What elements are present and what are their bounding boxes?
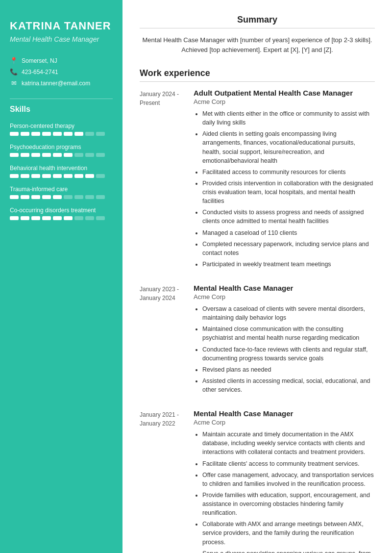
skill-item: Person-centered therapy <box>10 123 113 136</box>
skill-segment <box>96 132 105 136</box>
work-experience-title: Work experience <box>140 68 375 82</box>
work-bullet: Aided clients in setting goals encompass… <box>202 129 375 165</box>
skill-segment <box>21 132 29 136</box>
work-bullet: Provided crisis intervention in collabor… <box>202 179 375 205</box>
skill-segment <box>31 216 40 220</box>
email-icon: ✉ <box>10 79 18 87</box>
work-date: January 2024 -Present <box>140 89 194 271</box>
skill-segment <box>10 153 19 157</box>
skill-segment <box>85 195 94 199</box>
skill-segment <box>64 153 73 157</box>
skill-segment <box>64 174 73 178</box>
work-entry: January 2021 -January 2022Mental Health … <box>140 409 375 553</box>
contact-phone: 📞 423-654-2741 <box>10 68 113 75</box>
skill-bar <box>10 195 113 199</box>
work-bullet: Serve a diverse population spanning vari… <box>202 549 375 553</box>
phone-text: 423-654-2741 <box>22 69 58 75</box>
skill-segment <box>74 132 83 136</box>
skill-segment <box>74 174 83 178</box>
location-text: Somerset, NJ <box>22 57 57 64</box>
skill-bar <box>10 153 113 157</box>
work-details: Mental Health Case ManagerAcme CorpOvers… <box>194 284 375 397</box>
work-bullet: Met with clients either in the office or… <box>202 109 375 127</box>
skill-segment <box>53 153 62 157</box>
work-job-title: Mental Health Case Manager <box>194 284 375 292</box>
work-experience-section: Work experience January 2024 -PresentAdu… <box>140 68 375 553</box>
skill-segment <box>10 132 19 136</box>
skills-list: Person-centered therapyPsychoeducation p… <box>10 123 113 220</box>
skill-segment <box>53 132 62 136</box>
skill-segment <box>42 174 51 178</box>
work-entry: January 2024 -PresentAdult Outpatient Me… <box>140 89 375 271</box>
work-bullet: Maintained close communication with the … <box>202 325 375 342</box>
skill-segment <box>74 195 83 199</box>
skill-segment <box>85 216 94 220</box>
work-details: Adult Outpatient Mental Health Case Mana… <box>194 89 375 271</box>
skill-segment <box>10 174 19 178</box>
skill-item: Behavioral health intervention <box>10 165 113 178</box>
skill-segment <box>64 216 73 220</box>
skill-segment <box>42 216 51 220</box>
sidebar-divider <box>10 99 113 99</box>
work-entry: January 2023 -January 2024Mental Health … <box>140 284 375 397</box>
work-bullet: Participated in weekly treatment team me… <box>202 260 375 269</box>
work-bullet: Oversaw a caseload of clients with sever… <box>202 304 375 322</box>
skill-segment <box>42 153 51 157</box>
skill-segment <box>96 174 105 178</box>
skill-segment <box>31 195 40 199</box>
skill-segment <box>96 216 105 220</box>
skill-segment <box>64 132 73 136</box>
sidebar: KATRINA TANNER Mental Health Case Manage… <box>0 0 122 553</box>
skill-bar <box>10 174 113 178</box>
work-bullet: Maintain accurate and timely documentati… <box>202 430 375 456</box>
contact-email: ✉ katrina.tanner@email.com <box>10 79 113 87</box>
work-bullets: Met with clients either in the office or… <box>194 109 375 269</box>
skill-segment <box>31 132 40 136</box>
skill-segment <box>74 153 83 157</box>
contact-location: 📍 Somerset, NJ <box>10 57 113 64</box>
skill-bar <box>10 216 113 220</box>
summary-text: Mental Health Case Manager with [number … <box>140 35 375 54</box>
skill-segment <box>21 216 29 220</box>
candidate-title: Mental Health Case Manager <box>10 35 113 43</box>
skill-segment <box>42 132 51 136</box>
location-icon: 📍 <box>10 57 18 64</box>
work-bullet: Assisted clients in accessing medical, s… <box>202 377 375 394</box>
work-company: Acme Corp <box>194 98 375 105</box>
skill-segment <box>53 174 62 178</box>
skill-bar <box>10 132 113 136</box>
skill-label: Co-occurring disorders treatment <box>10 207 113 214</box>
main-content: Summary Mental Health Case Manager with … <box>122 0 392 553</box>
skill-segment <box>85 153 94 157</box>
skill-segment <box>31 174 40 178</box>
skill-segment <box>96 153 105 157</box>
work-bullet: Facilitate clients' access to community … <box>202 459 375 468</box>
work-bullet: Completed necessary paperwork, including… <box>202 240 375 257</box>
skill-segment <box>85 132 94 136</box>
summary-section: Summary Mental Health Case Manager with … <box>140 15 375 54</box>
skill-label: Behavioral health intervention <box>10 165 113 172</box>
skill-segment <box>31 153 40 157</box>
skill-item: Psychoeducation programs <box>10 144 113 157</box>
skill-label: Person-centered therapy <box>10 123 113 129</box>
work-bullet: Revised plans as needed <box>202 365 375 374</box>
skill-segment <box>85 174 94 178</box>
skill-item: Trauma-informed care <box>10 186 113 199</box>
skill-item: Co-occurring disorders treatment <box>10 207 113 220</box>
work-job-title: Adult Outpatient Mental Health Case Mana… <box>194 89 375 97</box>
work-bullet: Offer case management, advocacy, and tra… <box>202 471 375 488</box>
skill-segment <box>10 216 19 220</box>
skill-segment <box>53 216 62 220</box>
skill-segment <box>21 174 29 178</box>
skill-segment <box>21 153 29 157</box>
summary-title: Summary <box>140 15 375 28</box>
work-bullet: Provide families with education, support… <box>202 491 375 517</box>
email-text: katrina.tanner@email.com <box>22 80 90 87</box>
work-bullet: Conducted face-to-face reviews with clie… <box>202 345 375 363</box>
work-details: Mental Health Case ManagerAcme CorpMaint… <box>194 409 375 553</box>
work-bullet: Facilitated access to community resource… <box>202 168 375 176</box>
work-entries-list: January 2024 -PresentAdult Outpatient Me… <box>140 89 375 553</box>
skill-label: Trauma-informed care <box>10 186 113 193</box>
work-bullet: Collaborate with AMX and arrange meeting… <box>202 520 375 546</box>
work-bullets: Oversaw a caseload of clients with sever… <box>194 304 375 394</box>
